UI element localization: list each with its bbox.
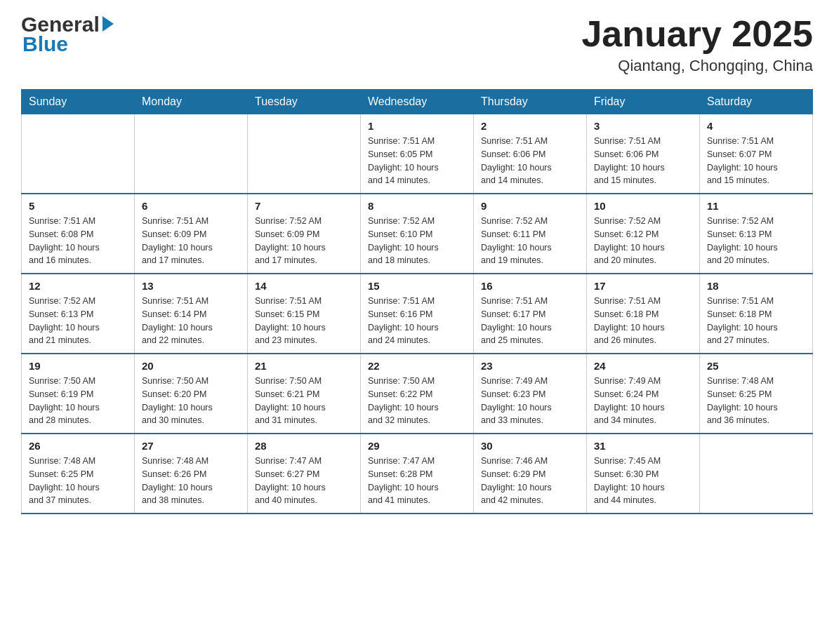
- day-info: Sunrise: 7:51 AMSunset: 6:05 PMDaylight:…: [368, 135, 466, 187]
- day-number: 14: [255, 280, 353, 292]
- calendar-cell: 30Sunrise: 7:46 AMSunset: 6:29 PMDayligh…: [474, 434, 587, 514]
- day-number: 7: [255, 200, 353, 212]
- calendar-header-wednesday: Wednesday: [361, 90, 474, 114]
- calendar-header-monday: Monday: [135, 90, 248, 114]
- calendar-cell: 10Sunrise: 7:52 AMSunset: 6:12 PMDayligh…: [587, 194, 700, 274]
- day-number: 5: [29, 200, 127, 212]
- day-number: 18: [707, 280, 805, 292]
- calendar-header-sunday: Sunday: [22, 90, 135, 114]
- day-info: Sunrise: 7:52 AMSunset: 6:12 PMDaylight:…: [594, 215, 692, 267]
- calendar-cell: 7Sunrise: 7:52 AMSunset: 6:09 PMDaylight…: [248, 194, 361, 274]
- calendar-week-row: 26Sunrise: 7:48 AMSunset: 6:25 PMDayligh…: [22, 434, 813, 514]
- calendar-week-row: 12Sunrise: 7:52 AMSunset: 6:13 PMDayligh…: [22, 274, 813, 354]
- day-number: 3: [594, 120, 692, 132]
- title-section: January 2025 Qiantang, Chongqing, China: [581, 14, 813, 75]
- calendar-cell: [700, 434, 813, 514]
- day-info: Sunrise: 7:51 AMSunset: 6:09 PMDaylight:…: [142, 215, 240, 267]
- calendar-cell: 6Sunrise: 7:51 AMSunset: 6:09 PMDaylight…: [135, 194, 248, 274]
- calendar-cell: [135, 114, 248, 194]
- day-info: Sunrise: 7:51 AMSunset: 6:18 PMDaylight:…: [707, 295, 805, 347]
- day-info: Sunrise: 7:48 AMSunset: 6:25 PMDaylight:…: [29, 455, 127, 507]
- day-number: 13: [142, 280, 240, 292]
- page-header: General Blue January 2025 Qiantang, Chon…: [21, 14, 813, 75]
- calendar-header-tuesday: Tuesday: [248, 90, 361, 114]
- day-number: 12: [29, 280, 127, 292]
- calendar-cell: 26Sunrise: 7:48 AMSunset: 6:25 PMDayligh…: [22, 434, 135, 514]
- blue-text: Blue: [22, 32, 68, 56]
- day-info: Sunrise: 7:51 AMSunset: 6:17 PMDaylight:…: [481, 295, 579, 347]
- calendar-cell: 15Sunrise: 7:51 AMSunset: 6:16 PMDayligh…: [361, 274, 474, 354]
- day-number: 9: [481, 200, 579, 212]
- day-number: 2: [481, 120, 579, 132]
- calendar-cell: 21Sunrise: 7:50 AMSunset: 6:21 PMDayligh…: [248, 354, 361, 434]
- day-info: Sunrise: 7:51 AMSunset: 6:06 PMDaylight:…: [481, 135, 579, 187]
- day-info: Sunrise: 7:50 AMSunset: 6:21 PMDaylight:…: [255, 375, 353, 427]
- calendar-cell: 28Sunrise: 7:47 AMSunset: 6:27 PMDayligh…: [248, 434, 361, 514]
- day-info: Sunrise: 7:48 AMSunset: 6:25 PMDaylight:…: [707, 375, 805, 427]
- calendar-header-saturday: Saturday: [700, 90, 813, 114]
- calendar-cell: 17Sunrise: 7:51 AMSunset: 6:18 PMDayligh…: [587, 274, 700, 354]
- day-info: Sunrise: 7:47 AMSunset: 6:28 PMDaylight:…: [368, 455, 466, 507]
- day-info: Sunrise: 7:48 AMSunset: 6:26 PMDaylight:…: [142, 455, 240, 507]
- day-number: 23: [481, 360, 579, 372]
- calendar-cell: 23Sunrise: 7:49 AMSunset: 6:23 PMDayligh…: [474, 354, 587, 434]
- day-info: Sunrise: 7:52 AMSunset: 6:09 PMDaylight:…: [255, 215, 353, 267]
- day-info: Sunrise: 7:49 AMSunset: 6:24 PMDaylight:…: [594, 375, 692, 427]
- day-info: Sunrise: 7:51 AMSunset: 6:14 PMDaylight:…: [142, 295, 240, 347]
- calendar-header-friday: Friday: [587, 90, 700, 114]
- logo: General Blue: [21, 14, 114, 56]
- calendar-cell: [248, 114, 361, 194]
- calendar-cell: 9Sunrise: 7:52 AMSunset: 6:11 PMDaylight…: [474, 194, 587, 274]
- calendar-cell: [22, 114, 135, 194]
- day-number: 1: [368, 120, 466, 132]
- calendar-week-row: 5Sunrise: 7:51 AMSunset: 6:08 PMDaylight…: [22, 194, 813, 274]
- day-number: 25: [707, 360, 805, 372]
- day-number: 19: [29, 360, 127, 372]
- calendar-cell: 1Sunrise: 7:51 AMSunset: 6:05 PMDaylight…: [361, 114, 474, 194]
- logo-blue: Blue: [22, 32, 68, 56]
- calendar-cell: 14Sunrise: 7:51 AMSunset: 6:15 PMDayligh…: [248, 274, 361, 354]
- calendar-cell: 31Sunrise: 7:45 AMSunset: 6:30 PMDayligh…: [587, 434, 700, 514]
- day-number: 16: [481, 280, 579, 292]
- day-info: Sunrise: 7:51 AMSunset: 6:06 PMDaylight:…: [594, 135, 692, 187]
- calendar-cell: 8Sunrise: 7:52 AMSunset: 6:10 PMDaylight…: [361, 194, 474, 274]
- day-info: Sunrise: 7:51 AMSunset: 6:08 PMDaylight:…: [29, 215, 127, 267]
- calendar-header-thursday: Thursday: [474, 90, 587, 114]
- calendar-table: SundayMondayTuesdayWednesdayThursdayFrid…: [21, 89, 813, 514]
- calendar-cell: 18Sunrise: 7:51 AMSunset: 6:18 PMDayligh…: [700, 274, 813, 354]
- day-number: 28: [255, 440, 353, 452]
- calendar-cell: 12Sunrise: 7:52 AMSunset: 6:13 PMDayligh…: [22, 274, 135, 354]
- day-number: 11: [707, 200, 805, 212]
- calendar-cell: 22Sunrise: 7:50 AMSunset: 6:22 PMDayligh…: [361, 354, 474, 434]
- day-number: 26: [29, 440, 127, 452]
- calendar-cell: 27Sunrise: 7:48 AMSunset: 6:26 PMDayligh…: [135, 434, 248, 514]
- calendar-cell: 3Sunrise: 7:51 AMSunset: 6:06 PMDaylight…: [587, 114, 700, 194]
- day-info: Sunrise: 7:47 AMSunset: 6:27 PMDaylight:…: [255, 455, 353, 507]
- day-number: 6: [142, 200, 240, 212]
- calendar-cell: 16Sunrise: 7:51 AMSunset: 6:17 PMDayligh…: [474, 274, 587, 354]
- day-info: Sunrise: 7:50 AMSunset: 6:19 PMDaylight:…: [29, 375, 127, 427]
- logo-arrow-icon: [102, 16, 114, 32]
- day-number: 17: [594, 280, 692, 292]
- day-info: Sunrise: 7:52 AMSunset: 6:10 PMDaylight:…: [368, 215, 466, 267]
- day-info: Sunrise: 7:49 AMSunset: 6:23 PMDaylight:…: [481, 375, 579, 427]
- calendar-week-row: 1Sunrise: 7:51 AMSunset: 6:05 PMDaylight…: [22, 114, 813, 194]
- day-info: Sunrise: 7:51 AMSunset: 6:18 PMDaylight:…: [594, 295, 692, 347]
- day-info: Sunrise: 7:51 AMSunset: 6:16 PMDaylight:…: [368, 295, 466, 347]
- calendar-cell: 25Sunrise: 7:48 AMSunset: 6:25 PMDayligh…: [700, 354, 813, 434]
- day-number: 4: [707, 120, 805, 132]
- calendar-cell: 2Sunrise: 7:51 AMSunset: 6:06 PMDaylight…: [474, 114, 587, 194]
- day-info: Sunrise: 7:45 AMSunset: 6:30 PMDaylight:…: [594, 455, 692, 507]
- day-info: Sunrise: 7:50 AMSunset: 6:20 PMDaylight:…: [142, 375, 240, 427]
- calendar-cell: 11Sunrise: 7:52 AMSunset: 6:13 PMDayligh…: [700, 194, 813, 274]
- day-info: Sunrise: 7:52 AMSunset: 6:13 PMDaylight:…: [707, 215, 805, 267]
- day-number: 31: [594, 440, 692, 452]
- calendar-cell: 19Sunrise: 7:50 AMSunset: 6:19 PMDayligh…: [22, 354, 135, 434]
- day-info: Sunrise: 7:46 AMSunset: 6:29 PMDaylight:…: [481, 455, 579, 507]
- day-number: 20: [142, 360, 240, 372]
- day-number: 30: [481, 440, 579, 452]
- location-title: Qiantang, Chongqing, China: [581, 57, 813, 75]
- day-number: 27: [142, 440, 240, 452]
- calendar-cell: 24Sunrise: 7:49 AMSunset: 6:24 PMDayligh…: [587, 354, 700, 434]
- calendar-week-row: 19Sunrise: 7:50 AMSunset: 6:19 PMDayligh…: [22, 354, 813, 434]
